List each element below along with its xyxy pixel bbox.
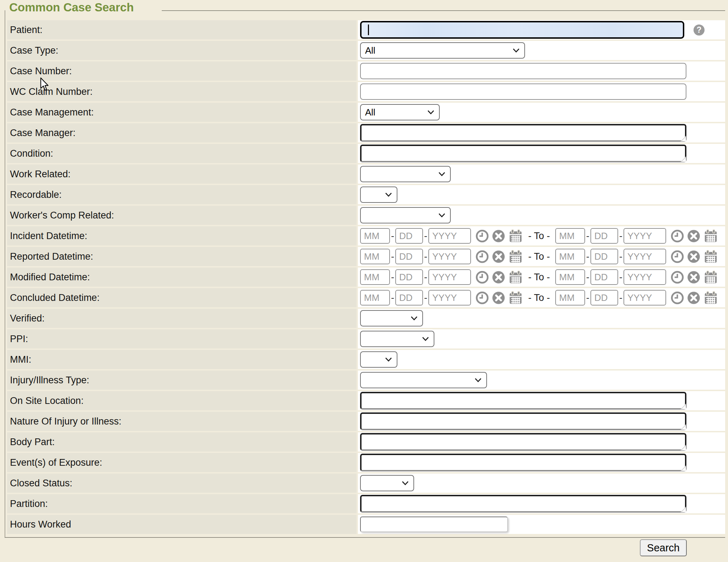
clear-icon[interactable] (687, 291, 700, 304)
hours-worked-input[interactable] (360, 517, 508, 532)
case-manager-input[interactable] (360, 124, 686, 142)
field-label-case-management: Case Management: (10, 107, 94, 118)
time-icon[interactable] (476, 250, 489, 263)
concluded-datetime-from-group: -- (360, 290, 523, 306)
value-cell-on-site-location (358, 391, 725, 410)
clear-icon[interactable] (492, 250, 505, 263)
clear-icon[interactable] (492, 229, 505, 243)
concluded-datetime-from-month-input[interactable] (360, 290, 390, 306)
incident-datetime-from-year-input[interactable] (428, 228, 471, 244)
clear-icon[interactable] (492, 291, 505, 304)
mmi-select[interactable] (360, 351, 397, 368)
wc-claim-number-input[interactable] (360, 83, 686, 100)
resize-corner (680, 445, 686, 450)
calendar-icon[interactable] (703, 291, 718, 305)
partition-autocomplete-wrap (360, 495, 686, 513)
calendar-icon[interactable] (508, 229, 523, 243)
mouse-cursor (40, 77, 50, 92)
field-label-wc-claim-number: WC Claim Number: (10, 86, 93, 97)
calendar-icon[interactable] (703, 270, 718, 285)
label-cell-case-manager: Case Manager: (7, 123, 357, 142)
case-management-select[interactable]: All (360, 104, 440, 120)
injury-illness-type-select[interactable] (360, 372, 487, 388)
calendar-icon[interactable] (508, 249, 523, 264)
incident-datetime-from-day-input[interactable] (395, 228, 423, 244)
body-part-autocomplete-wrap (360, 433, 686, 451)
label-cell-condition: Condition: (7, 144, 357, 163)
case-number-input[interactable] (360, 63, 686, 79)
help-icon[interactable]: ? (694, 25, 705, 36)
calendar-icon[interactable] (703, 229, 718, 243)
reported-datetime-from-month-input[interactable] (360, 249, 390, 264)
label-cell-closed-status: Closed Status: (7, 474, 357, 493)
nature-of-injury-or-illness-input[interactable] (360, 412, 686, 430)
concluded-datetime-from-day-input[interactable] (395, 290, 423, 306)
recordable-select[interactable] (360, 187, 397, 203)
clear-icon[interactable] (687, 250, 700, 263)
time-icon[interactable] (671, 229, 684, 243)
time-icon[interactable] (671, 250, 684, 263)
reported-datetime-to-month-input[interactable] (555, 249, 585, 264)
value-cell-injury-illness-type (358, 371, 725, 390)
time-icon[interactable] (671, 271, 684, 284)
modified-datetime-from-month-input[interactable] (360, 269, 390, 285)
patient-input[interactable] (360, 21, 684, 39)
date-separator-dash: - (586, 251, 589, 262)
partition-input[interactable] (360, 495, 686, 513)
form-row-incident-datetime: Incident Datetime:--- To --- (7, 226, 725, 245)
value-cell-mmi (358, 350, 725, 369)
modified-datetime-to-day-input[interactable] (590, 269, 618, 285)
ppi-select[interactable] (360, 331, 434, 347)
form-row-wc-claim-number: WC Claim Number: (7, 82, 725, 101)
modified-datetime-from-year-input[interactable] (428, 269, 471, 285)
label-cell-injury-illness-type: Injury/Illness Type: (7, 371, 357, 390)
concluded-datetime-to-year-input[interactable] (623, 290, 666, 306)
incident-datetime-to-year-input[interactable] (623, 228, 666, 244)
search-button[interactable]: Search (640, 539, 687, 556)
calendar-icon[interactable] (508, 291, 523, 305)
modified-datetime-to-year-input[interactable] (623, 269, 666, 285)
case-type-select[interactable]: All (360, 42, 525, 59)
value-cell-verified (358, 309, 725, 328)
modified-datetime-to-month-input[interactable] (555, 269, 585, 285)
workers-comp-related-select[interactable] (360, 207, 451, 223)
events-of-exposure-autocomplete-wrap (360, 454, 686, 471)
on-site-location-input[interactable] (360, 392, 686, 410)
reported-datetime-to-day-input[interactable] (590, 249, 618, 264)
modified-datetime-from-day-input[interactable] (395, 269, 423, 285)
on-site-location-autocomplete-wrap (360, 392, 686, 410)
clear-icon[interactable] (492, 271, 505, 284)
incident-datetime-to-day-input[interactable] (590, 228, 618, 244)
incident-datetime-to-month-input[interactable] (555, 228, 585, 244)
value-cell-condition (358, 144, 725, 163)
range-to-separator: - To - (528, 292, 550, 303)
body-part-input[interactable] (360, 433, 686, 451)
time-icon[interactable] (476, 229, 489, 243)
reported-datetime-to-year-input[interactable] (623, 249, 666, 264)
field-label-modified-datetime: Modified Datetime: (10, 272, 90, 283)
range-to-separator: - To - (528, 272, 550, 283)
form-row-recordable: Recordable: (7, 185, 725, 204)
condition-input[interactable] (360, 145, 686, 162)
clear-icon[interactable] (687, 229, 700, 243)
value-cell-body-part (358, 432, 725, 452)
closed-status-select[interactable] (360, 475, 414, 491)
reported-datetime-from-day-input[interactable] (395, 249, 423, 264)
concluded-datetime-to-month-input[interactable] (555, 290, 585, 306)
verified-select[interactable] (360, 310, 423, 326)
concluded-datetime-from-year-input[interactable] (428, 290, 471, 306)
calendar-icon[interactable] (703, 249, 718, 264)
form-row-hours-worked: Hours Worked (7, 515, 725, 534)
value-cell-workers-comp-related (358, 206, 725, 225)
time-icon[interactable] (476, 291, 489, 304)
time-icon[interactable] (476, 271, 489, 284)
concluded-datetime-to-day-input[interactable] (590, 290, 618, 306)
reported-datetime-from-year-input[interactable] (428, 249, 471, 264)
events-of-exposure-input[interactable] (360, 454, 686, 471)
time-icon[interactable] (671, 291, 684, 304)
incident-datetime-from-month-input[interactable] (360, 228, 390, 244)
date-separator-dash: - (586, 292, 589, 303)
work-related-select[interactable] (360, 166, 451, 182)
calendar-icon[interactable] (508, 270, 523, 285)
clear-icon[interactable] (687, 271, 700, 284)
